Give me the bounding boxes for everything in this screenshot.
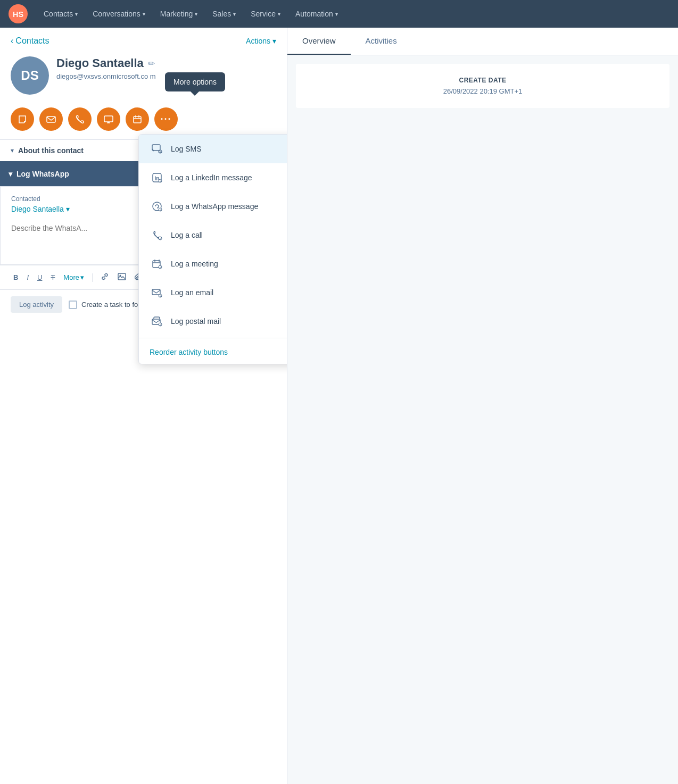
- chevron-down-icon: ▾: [272, 37, 276, 45]
- call-button[interactable]: [68, 107, 92, 131]
- svg-text:+: +: [159, 180, 161, 184]
- linkedin-icon: in +: [150, 170, 164, 185]
- call-icon: +: [150, 228, 164, 243]
- reorder-activity-buttons[interactable]: Reorder activity buttons: [139, 340, 287, 364]
- chevron-down-icon: ▾: [75, 11, 78, 17]
- svg-rect-20: [152, 289, 160, 295]
- log-sms-item[interactable]: + Log SMS: [139, 135, 287, 163]
- svg-text:+: +: [159, 150, 162, 155]
- svg-rect-4: [134, 116, 141, 123]
- about-section-title: About this contact: [18, 146, 84, 155]
- back-to-contacts[interactable]: ‹ Contacts: [11, 36, 49, 46]
- svg-text:+: +: [159, 323, 161, 327]
- chevron-down-icon: ▾: [9, 170, 12, 178]
- log-sms-label: Log SMS: [171, 145, 202, 153]
- hubspot-logo[interactable]: HS: [9, 4, 28, 23]
- nav-service[interactable]: Service▾: [243, 0, 288, 28]
- actions-button[interactable]: Actions ▾: [246, 37, 276, 45]
- formatting-toolbar: B I U T More ▾: [11, 271, 146, 284]
- log-call-label: Log a call: [171, 231, 203, 239]
- whatsapp-icon: +: [150, 199, 164, 214]
- log-meeting-label: Log a meeting: [171, 260, 218, 268]
- nav-conversations[interactable]: Conversations▾: [85, 0, 153, 28]
- strikethrough-button[interactable]: T: [48, 272, 57, 283]
- chevron-down-icon: ▾: [195, 11, 197, 17]
- chevron-left-icon: ‹: [11, 36, 13, 46]
- log-email-label: Log an email: [171, 288, 213, 297]
- contact-header: DS Diego Santaella ✏ diegos@vxsvs.onmicr…: [0, 50, 287, 103]
- log-call-item[interactable]: + Log a call: [139, 221, 287, 249]
- nav-marketing[interactable]: Marketing▾: [153, 0, 205, 28]
- chevron-down-icon: ▾: [233, 11, 236, 17]
- follow-up-checkbox[interactable]: [69, 301, 77, 309]
- svg-text:+: +: [159, 295, 161, 298]
- svg-text:+: +: [159, 237, 161, 241]
- create-date-label: CREATE DATE: [311, 77, 655, 84]
- breadcrumb-label: Contacts: [15, 36, 49, 46]
- email-button[interactable]: [39, 107, 63, 131]
- chevron-down-icon: ▾: [278, 11, 280, 17]
- screen-share-button[interactable]: [97, 107, 120, 131]
- bold-button[interactable]: B: [11, 272, 21, 283]
- log-meeting-item[interactable]: + Log a meeting: [139, 249, 287, 278]
- right-tabs: Overview Activities: [287, 28, 678, 55]
- svg-rect-2: [47, 116, 55, 122]
- svg-text:+: +: [159, 208, 161, 212]
- postal-icon: +: [150, 314, 164, 329]
- log-whatsapp-label: Log a WhatsApp message: [171, 202, 258, 211]
- sms-icon: +: [150, 141, 164, 156]
- more-options-dropdown: + Log SMS in + Log a LinkedIn me: [138, 134, 287, 364]
- underline-button[interactable]: U: [35, 272, 45, 283]
- edit-contact-icon[interactable]: ✏: [148, 59, 155, 69]
- log-panel-title-row: ▾ Log WhatsApp: [9, 170, 69, 178]
- log-activity-button[interactable]: Log activity: [11, 296, 62, 313]
- tab-activities[interactable]: Activities: [351, 28, 412, 55]
- contact-name: Diego Santaella: [56, 56, 144, 70]
- breadcrumb-bar: ‹ Contacts Actions ▾: [0, 28, 287, 50]
- image-button[interactable]: [115, 271, 129, 284]
- log-postal-label: Log postal mail: [171, 317, 221, 326]
- left-panel: ‹ Contacts Actions ▾ DS Diego Santaella …: [0, 28, 287, 784]
- log-email-item[interactable]: + Log an email: [139, 278, 287, 307]
- nav-automation[interactable]: Automation▾: [288, 0, 345, 28]
- log-whatsapp-item[interactable]: + Log a WhatsApp message: [139, 192, 287, 221]
- right-panel: Overview Activities CREATE DATE 26/09/20…: [287, 28, 678, 784]
- note-button[interactable]: [11, 107, 34, 131]
- create-date-value: 26/09/2022 20:19 GMT+1: [311, 87, 655, 95]
- chevron-down-icon: ▾: [80, 273, 84, 281]
- chevron-down-icon: ▾: [11, 147, 14, 154]
- create-date-section: CREATE DATE 26/09/2022 20:19 GMT+1: [296, 64, 669, 108]
- log-postal-item[interactable]: + Log postal mail: [139, 307, 287, 336]
- more-formatting-button[interactable]: More ▾: [61, 272, 87, 283]
- chevron-down-icon: ▾: [335, 11, 338, 17]
- nav-contacts[interactable]: Contacts▾: [36, 0, 85, 28]
- dropdown-divider: [139, 338, 287, 338]
- log-linkedin-label: Log a LinkedIn message: [171, 173, 252, 182]
- tab-overview[interactable]: Overview: [287, 28, 351, 55]
- log-linkedin-item[interactable]: in + Log a LinkedIn message: [139, 163, 287, 192]
- meeting-icon: +: [150, 256, 164, 271]
- top-navigation: HS Contacts▾ Conversations▾ Marketing▾ S…: [0, 0, 678, 28]
- italic-button[interactable]: I: [24, 272, 31, 283]
- svg-rect-3: [104, 116, 113, 122]
- svg-text:+: +: [159, 266, 161, 270]
- more-options-button[interactable]: ···: [154, 107, 178, 131]
- nav-sales[interactable]: Sales▾: [205, 0, 243, 28]
- chevron-down-icon: ▾: [143, 11, 145, 17]
- svg-text:HS: HS: [13, 10, 23, 19]
- meeting-button[interactable]: [126, 107, 149, 131]
- more-options-tooltip: More options: [165, 72, 225, 91]
- avatar: DS: [11, 56, 49, 95]
- link-button[interactable]: [98, 271, 112, 284]
- action-buttons-row: ··· More options + Log: [0, 103, 287, 139]
- log-panel-title-text: Log WhatsApp: [16, 170, 69, 178]
- toolbar-separator: [92, 273, 93, 282]
- email-log-icon: +: [150, 285, 164, 300]
- chevron-down-icon: ▾: [66, 205, 70, 213]
